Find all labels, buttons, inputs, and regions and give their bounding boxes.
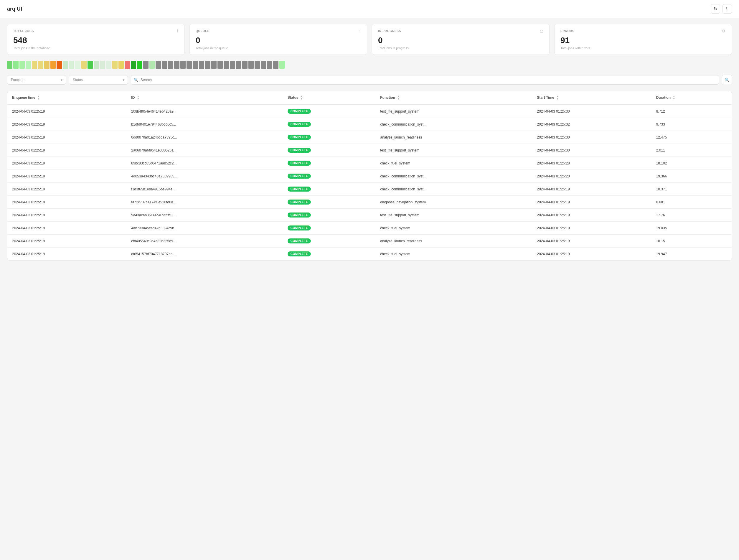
cell-3-row-1: check_communication_syst...	[376, 118, 532, 131]
bar-segment-12	[81, 61, 87, 69]
cell-0-row-1: 2024-04-03 01:25:19	[7, 118, 126, 131]
bar-segment-2	[19, 61, 25, 69]
stat-icon-total_jobs: ℹ	[177, 29, 178, 33]
table-row[interactable]: 2024-04-03 01:25:194ab733a45cad42d3894c9…	[7, 222, 732, 235]
cell-4-row-7: 2024-04-03 01:25:19	[532, 196, 651, 209]
app-title: arq UI	[7, 6, 22, 12]
col-header-duration[interactable]: Duration ▲▼	[651, 91, 732, 105]
cell-3-row-0: test_life_support_system	[376, 105, 532, 118]
status-badge: COMPLETE	[288, 174, 311, 179]
cell-1-row-11: df654157bf7047718797eb...	[126, 248, 283, 261]
color-bar	[7, 61, 732, 69]
refresh-button[interactable]: ↻	[711, 4, 720, 14]
cell-2-row-2: COMPLETE	[283, 131, 376, 144]
stat-value-errors: 91	[561, 36, 726, 45]
status-badge: COMPLETE	[288, 122, 311, 127]
bar-segment-11	[75, 61, 81, 69]
col-header-start-time[interactable]: Start Time ▲▼	[532, 91, 651, 105]
bar-segment-13	[88, 61, 93, 69]
cell-2-row-1: COMPLETE	[283, 118, 376, 131]
bar-segment-22	[143, 61, 149, 69]
bar-segment-35	[224, 61, 229, 69]
stat-icon-queued: ↑	[359, 29, 361, 33]
table-row[interactable]: 2024-04-03 01:25:19208b4f054e46414eb420a…	[7, 105, 732, 118]
cell-2-row-6: COMPLETE	[283, 183, 376, 196]
jobs-table-wrap: Enqueue time ▲▼ID ▲▼Status ▲▼Function ▲▼…	[7, 91, 732, 261]
search-button[interactable]: 🔍	[722, 75, 732, 85]
cell-0-row-10: 2024-04-03 01:25:19	[7, 235, 126, 248]
bar-segment-28	[180, 61, 186, 69]
cell-1-row-6: f1d3f65b1eba4915be994e...	[126, 183, 283, 196]
cell-5-row-11: 19.947	[651, 248, 732, 261]
cell-0-row-5: 2024-04-03 01:25:19	[7, 170, 126, 183]
status-badge: COMPLETE	[288, 148, 311, 153]
stat-value-in_progress: 0	[378, 36, 543, 45]
cell-5-row-9: 19.035	[651, 222, 732, 235]
col-header-enqueue-time[interactable]: Enqueue time ▲▼	[7, 91, 126, 105]
filters-bar: Function ▼ Status ▼ 🔍 🔍	[7, 75, 732, 85]
cell-3-row-9: check_fuel_system	[376, 222, 532, 235]
stat-desc-errors: Total jobs with errors	[561, 46, 726, 50]
cell-1-row-10: cfd405549c9d4a32b325d9...	[126, 235, 283, 248]
sort-icon: ▲▼	[137, 95, 139, 100]
cell-3-row-2: analyze_launch_readiness	[376, 131, 532, 144]
table-row[interactable]: 2024-04-03 01:25:199e43acab86144c40955f5…	[7, 209, 732, 222]
cell-5-row-1: 9.733	[651, 118, 732, 131]
table-row[interactable]: 2024-04-03 01:25:19f1d3f65b1eba4915be994…	[7, 183, 732, 196]
cell-2-row-11: COMPLETE	[283, 248, 376, 261]
table-row[interactable]: 2024-04-03 01:25:190dd0070a01a24bcda7395…	[7, 131, 732, 144]
sort-icon: ▲▼	[673, 95, 675, 100]
bar-segment-16	[106, 61, 111, 69]
bar-segment-10	[69, 61, 74, 69]
cell-4-row-1: 2024-04-03 01:25:32	[532, 118, 651, 131]
status-badge: COMPLETE	[288, 161, 311, 166]
bar-segment-27	[174, 61, 179, 69]
cell-4-row-2: 2024-04-03 01:25:30	[532, 131, 651, 144]
bar-segment-4	[32, 61, 37, 69]
bar-segment-5	[38, 61, 43, 69]
function-filter: Function ▼	[7, 75, 66, 85]
sort-icon: ▲▼	[37, 95, 40, 100]
table-row[interactable]: 2024-04-03 01:25:194d053a4343bc43a785998…	[7, 170, 732, 183]
cell-5-row-0: 8.712	[651, 105, 732, 118]
theme-toggle-button[interactable]: ☾	[723, 4, 732, 14]
search-input[interactable]	[131, 75, 719, 85]
col-header-function[interactable]: Function ▲▼	[376, 91, 532, 105]
status-filter: Status ▼	[69, 75, 128, 85]
cell-3-row-6: check_communication_syst...	[376, 183, 532, 196]
bar-segment-23	[149, 61, 155, 69]
table-row[interactable]: 2024-04-03 01:25:192a06079a6f9541e380526…	[7, 144, 732, 157]
stat-value-queued: 0	[196, 36, 361, 45]
table-row[interactable]: 2024-04-03 01:25:19cfd405549c9d4a32b325d…	[7, 235, 732, 248]
stat-desc-queued: Total jobs in the queue	[196, 46, 361, 50]
cell-3-row-11: check_fuel_system	[376, 248, 532, 261]
stat-card-queued: QUEUED ↑ 0 Total jobs in the queue	[189, 24, 367, 55]
cell-2-row-9: COMPLETE	[283, 222, 376, 235]
status-select[interactable]: Status	[69, 75, 128, 85]
table-row[interactable]: 2024-04-03 01:25:1989bc83cc85d0471aab52c…	[7, 157, 732, 170]
cell-0-row-4: 2024-04-03 01:25:19	[7, 157, 126, 170]
status-badge: COMPLETE	[288, 213, 311, 218]
cell-4-row-5: 2024-04-03 01:25:20	[532, 170, 651, 183]
cell-5-row-3: 2.011	[651, 144, 732, 157]
col-header-status[interactable]: Status ▲▼	[283, 91, 376, 105]
bar-segment-34	[217, 61, 223, 69]
stat-label-in_progress: IN PROGRESS ◌	[378, 29, 543, 33]
stat-icon-in_progress: ◌	[540, 29, 543, 33]
cell-0-row-2: 2024-04-03 01:25:19	[7, 131, 126, 144]
header: arq UI ↻ ☾	[0, 0, 739, 18]
function-select[interactable]: Function	[7, 75, 66, 85]
cell-1-row-9: 4ab733a45cad42d3894c9b...	[126, 222, 283, 235]
table-row[interactable]: 2024-04-03 01:25:19df654157bf7047718797e…	[7, 248, 732, 261]
bar-segment-7	[50, 61, 56, 69]
bar-segment-3	[26, 61, 31, 69]
stat-value-total_jobs: 548	[13, 36, 178, 45]
cell-1-row-7: fa72c707c4174f8e926fd0d...	[126, 196, 283, 209]
bar-segment-42	[267, 61, 272, 69]
bar-segment-44	[279, 61, 285, 69]
cell-3-row-5: check_communication_syst...	[376, 170, 532, 183]
table-row[interactable]: 2024-04-03 01:25:19b1dfd0401e794468bcd0c…	[7, 118, 732, 131]
table-row[interactable]: 2024-04-03 01:25:19fa72c707c4174f8e926fd…	[7, 196, 732, 209]
bar-segment-6	[44, 61, 49, 69]
col-header-id[interactable]: ID ▲▼	[126, 91, 283, 105]
